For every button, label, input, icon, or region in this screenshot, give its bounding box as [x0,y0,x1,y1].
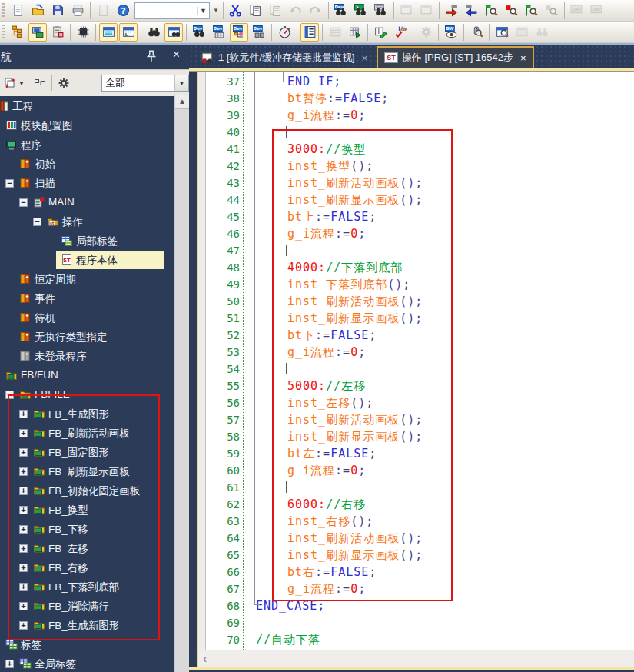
chevron-down-icon[interactable]: ▼ [197,7,209,15]
line-number: 61 [206,479,240,496]
find-replace-icon[interactable] [144,23,163,42]
option-gear-icon [417,23,435,42]
line-number: 47 [206,242,240,259]
tree-item-label: 工程 [12,100,33,114]
settings-gear-icon[interactable] [55,75,72,91]
tree-item-模块配置图[interactable]: 模块配置图 [0,116,175,135]
device-monitor-batch-icon[interactable]: Dev [250,23,268,42]
device-display-icon[interactable]: BW [442,23,460,42]
print-icon[interactable] [68,2,87,20]
tree-item-MAIN[interactable]: −MAIN [0,193,175,212]
module-configuration-icon[interactable] [74,23,92,42]
chevron-down-icon[interactable]: ▼ [174,75,188,91]
tree-item-初始[interactable]: 初始 [0,155,175,174]
tree-item-未登录程序[interactable]: 未登录程序 [0,347,175,366]
line-number: 48 [206,259,240,276]
tree-item-事件[interactable]: 事件 [0,289,175,308]
device-monitor-1-icon[interactable]: Dev [190,23,208,42]
copy-icon[interactable] [247,2,265,20]
window-list-icon[interactable] [99,23,118,42]
toolbar-grip[interactable] [2,25,5,40]
toolbar-separator [90,2,91,19]
label-editor-icon[interactable]: I [371,23,390,42]
tree-item-程序本体[interactable]: ST程序本体 [0,251,175,270]
tree-item-无执行类型指定[interactable]: 无执行类型指定 [0,328,175,347]
save-project-icon[interactable] [48,2,67,20]
watch-tab-icon [201,52,214,64]
cross-reference-icon[interactable] [164,23,183,42]
line-number: 60 [206,462,240,479]
code-line-69[interactable] [244,614,256,631]
tree-item-FB/FUN[interactable]: FB/FUN [0,366,175,385]
tree-scrollbar[interactable]: ▲ [174,95,189,672]
document-tab-1[interactable]: 1 [软元件/缓冲存储器批量监视]× [195,48,373,68]
device-tool-b-icon: Dev [588,2,606,20]
watch-window-icon[interactable] [275,23,294,42]
element-selection-icon[interactable] [300,23,319,42]
toolbar-grip[interactable] [2,3,5,18]
tree-filter-combobox[interactable]: 全部 ▼ [101,75,189,92]
search-stop-icon[interactable] [503,2,521,20]
tree-item-全局标签[interactable]: +全局标签 [0,654,175,672]
tree-item-label: 无执行类型指定 [35,331,108,344]
project-navigation-icon[interactable] [8,23,27,42]
search-next-icon[interactable] [523,2,541,20]
svg-text:I: I [377,28,380,35]
tree-item-扫描[interactable]: −扫描 [0,174,175,193]
tree-item-操作[interactable]: −st操作 [0,212,175,231]
device-monitor-structured-icon[interactable]: Dev [230,23,248,42]
tree-item-恒定周期[interactable]: 恒定周期 [0,270,175,289]
undo-icon [287,2,305,20]
scroll-up-icon[interactable]: ▲ [175,95,189,109]
line-number: 39 [206,107,240,124]
tab-label: 操作 [PRG] [ST] 16542步 [402,51,513,65]
tab-close-icon[interactable]: × [362,52,368,64]
collapse-icon[interactable]: − [19,198,28,207]
device-monitor-2-icon[interactable]: Dev [210,23,228,42]
zoom-window-icon[interactable] [493,23,511,42]
tree-display-icon[interactable] [2,75,18,91]
open-project-icon[interactable] [28,2,47,20]
line-number: 64 [206,530,240,547]
panel-splitter[interactable] [189,72,197,672]
new-file-icon[interactable] [8,2,27,20]
pin-icon[interactable] [144,49,158,63]
tree-item-程序[interactable]: 程序 [0,135,175,155]
st-code-editor[interactable]: 37END_IF;38bt暂停:=FALSE;39g_i流程:=0;404130… [198,72,634,650]
program-monitor-icon[interactable] [352,2,370,20]
tab-close-icon[interactable]: × [520,52,526,64]
code-line-37[interactable]: END_IF; [244,73,341,90]
window-detail-icon[interactable] [119,23,138,42]
code-line-70[interactable]: //自动下落 [244,631,320,648]
combo-options-icon[interactable]: ▼ [211,7,221,14]
search-combobox[interactable]: ▼ [134,2,210,19]
collapse-icon[interactable]: − [33,218,41,226]
tree-item-待机[interactable]: 待机 [0,308,175,328]
document-tab-2[interactable]: ST操作 [PRG] [ST] 16542步× [377,46,533,68]
jump-prev-icon[interactable] [463,2,481,20]
jump-next-icon[interactable] [443,2,461,20]
tree-display-caret-icon[interactable]: ▼ [18,80,25,87]
debug-test-icon[interactable] [467,23,486,42]
tree-item-局部标签[interactable]: 局部标签 [0,231,175,251]
close-panel-button[interactable]: × [173,48,180,62]
collapse-all-icon[interactable] [32,75,48,91]
search-continue-icon[interactable] [483,2,501,20]
hw-monitor-icon[interactable] [372,2,390,20]
io-check-icon[interactable]: I/o [391,23,410,42]
scroll-left-icon[interactable]: ‹ [198,652,207,666]
svg-text:BW: BW [446,26,453,31]
cut-icon[interactable] [227,2,245,20]
code-line-38[interactable]: bt暂停:=FALSE; [244,90,389,107]
expand-icon[interactable]: + [5,660,14,668]
help-icon[interactable]: ? [114,2,132,20]
collapse-icon[interactable]: − [5,179,14,188]
write-to-plc-icon[interactable] [28,23,47,42]
editor-horizontal-scrollbar[interactable]: ‹ [198,650,634,667]
code-line-39[interactable]: g_i流程:=0; [244,107,366,124]
read-from-plc-icon[interactable] [48,23,67,42]
online-change-icon[interactable] [346,23,364,42]
device-batch-monitor-icon[interactable]: Dev [332,2,350,20]
line-number: 58 [206,428,240,445]
tree-item-工程[interactable]: 工程 [0,97,175,116]
